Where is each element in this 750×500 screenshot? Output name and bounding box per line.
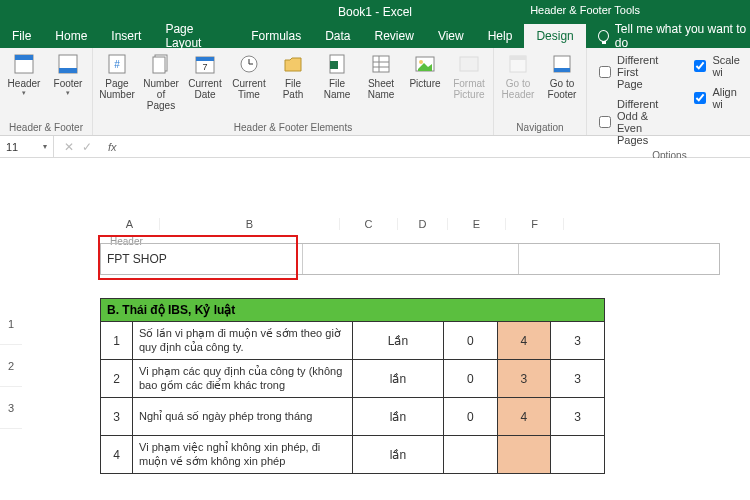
tab-help[interactable]: Help (476, 24, 525, 48)
cell-desc[interactable]: Số lần vi phạm đi muộn về sớm theo giờ q… (133, 322, 353, 360)
col-header[interactable]: F (506, 218, 564, 230)
cell-a[interactable]: 0 (443, 322, 497, 360)
picture-icon (413, 52, 437, 76)
format-picture-icon (457, 52, 481, 76)
tab-insert[interactable]: Insert (99, 24, 153, 48)
cell-index[interactable]: 3 (101, 398, 133, 436)
group-elements: # Page Number Number of Pages 7 Current … (93, 48, 494, 135)
current-time-button[interactable]: Current Time (231, 52, 267, 100)
file-path-button[interactable]: File Path (275, 52, 311, 100)
align-margins-checkbox[interactable]: Align wi (688, 84, 746, 112)
bulb-icon (598, 30, 609, 42)
svg-rect-1 (15, 55, 33, 60)
page-number-button[interactable]: # Page Number (99, 52, 135, 100)
diff-odd-even-checkbox[interactable]: Different Odd & Even Pages (593, 96, 664, 148)
group-label: Navigation (500, 120, 580, 133)
cell-index[interactable]: 1 (101, 322, 133, 360)
file-name-button[interactable]: File Name (319, 52, 355, 100)
cell-a[interactable] (443, 436, 497, 474)
row-header[interactable]: 3 (0, 387, 22, 429)
ribbon-tabs: File Home Insert Page Layout Formulas Da… (0, 24, 750, 48)
tell-me[interactable]: Tell me what you want to do (586, 24, 750, 48)
table-title: B. Thái độ IBS, Kỷ luật (101, 299, 605, 322)
tab-formulas[interactable]: Formulas (239, 24, 313, 48)
page-number-icon: # (105, 52, 129, 76)
current-date-button[interactable]: 7 Current Date (187, 52, 223, 100)
tab-data[interactable]: Data (313, 24, 362, 48)
tab-file[interactable]: File (0, 24, 43, 48)
tab-review[interactable]: Review (363, 24, 426, 48)
tell-me-label: Tell me what you want to do (615, 22, 750, 50)
svg-rect-9 (196, 57, 214, 61)
col-header[interactable]: C (340, 218, 398, 230)
tab-design[interactable]: Design (524, 24, 585, 48)
cell-desc[interactable]: Vi phạm việc nghỉ không xin phép, đi muộ… (133, 436, 353, 474)
name-box[interactable]: 11 ▾ (0, 136, 54, 157)
calendar-icon: 7 (193, 52, 217, 76)
cell-b[interactable]: 4 (497, 398, 551, 436)
goto-header-icon (506, 52, 530, 76)
svg-rect-15 (330, 61, 338, 69)
row-headers: 123 (0, 303, 22, 429)
col-header[interactable]: A (100, 218, 160, 230)
col-header[interactable]: E (448, 218, 506, 230)
cell-c[interactable]: 3 (551, 360, 605, 398)
cell-desc[interactable]: Nghỉ quá số ngày phép trong tháng (133, 398, 353, 436)
group-header-footer: Header ▾ Footer ▾ Header & Footer (0, 48, 93, 135)
cell-index[interactable]: 4 (101, 436, 133, 474)
cancel-icon[interactable]: ✕ (64, 140, 74, 154)
tab-view[interactable]: View (426, 24, 476, 48)
tab-home[interactable]: Home (43, 24, 99, 48)
sheet-icon (369, 52, 393, 76)
row-header[interactable]: 2 (0, 345, 22, 387)
header-button[interactable]: Header ▾ (6, 52, 42, 97)
header-center-input[interactable] (303, 244, 519, 274)
picture-button[interactable]: Picture (407, 52, 443, 89)
cell-b[interactable] (497, 436, 551, 474)
excel-file-icon (325, 52, 349, 76)
col-header[interactable]: D (398, 218, 448, 230)
tab-page-layout[interactable]: Page Layout (153, 24, 239, 48)
goto-footer-icon (550, 52, 574, 76)
number-of-pages-button[interactable]: Number of Pages (143, 52, 179, 111)
dropdown-icon: ▾ (66, 89, 70, 97)
scale-with-doc-checkbox[interactable]: Scale wi (688, 52, 746, 80)
cell-unit[interactable]: Lần (353, 322, 444, 360)
format-picture-button: Format Picture (451, 52, 487, 100)
ibs-table: B. Thái độ IBS, Kỷ luật 1 Số lần vi phạm… (100, 298, 605, 474)
table-row: 1 Số lần vi phạm đi muộn về sớm theo giờ… (101, 322, 605, 360)
col-header[interactable]: B (160, 218, 340, 230)
footer-button[interactable]: Footer ▾ (50, 52, 86, 97)
cell-unit[interactable]: lần (353, 436, 444, 474)
goto-footer-button[interactable]: Go to Footer (544, 52, 580, 100)
cell-unit[interactable]: lần (353, 398, 444, 436)
svg-text:#: # (114, 59, 120, 70)
header-right-input[interactable] (519, 244, 719, 274)
cell-index[interactable]: 2 (101, 360, 133, 398)
ribbon: Header ▾ Footer ▾ Header & Footer # Page… (0, 48, 750, 136)
cell-c[interactable]: 3 (551, 322, 605, 360)
contextual-tab-label: Header & Footer Tools (530, 4, 640, 16)
pages-icon (149, 52, 173, 76)
page-header-area[interactable]: FPT SHOP (100, 243, 720, 275)
cell-c[interactable] (551, 436, 605, 474)
cell-b[interactable]: 4 (497, 322, 551, 360)
row-header[interactable]: 1 (0, 303, 22, 345)
cell-unit[interactable]: lần (353, 360, 444, 398)
enter-icon[interactable]: ✓ (82, 140, 92, 154)
group-navigation: Go to Header Go to Footer Navigation (494, 48, 587, 135)
svg-rect-16 (373, 56, 389, 72)
worksheet-area[interactable]: ABCDEF 123 Header FPT SHOP B. Thái độ IB… (0, 158, 750, 500)
cell-a[interactable]: 0 (443, 398, 497, 436)
svg-rect-26 (554, 68, 570, 72)
diff-first-page-checkbox[interactable]: Different First Page (593, 52, 664, 92)
group-options: Different First Page Different Odd & Eve… (587, 48, 750, 135)
sheet-name-button[interactable]: Sheet Name (363, 52, 399, 100)
cell-a[interactable]: 0 (443, 360, 497, 398)
cell-c[interactable]: 3 (551, 398, 605, 436)
goto-header-button: Go to Header (500, 52, 536, 100)
fx-icon[interactable]: fx (102, 141, 123, 153)
cell-desc[interactable]: Vi phạm các quy định của công ty (không … (133, 360, 353, 398)
header-left-input[interactable]: FPT SHOP (101, 244, 303, 274)
cell-b[interactable]: 3 (497, 360, 551, 398)
